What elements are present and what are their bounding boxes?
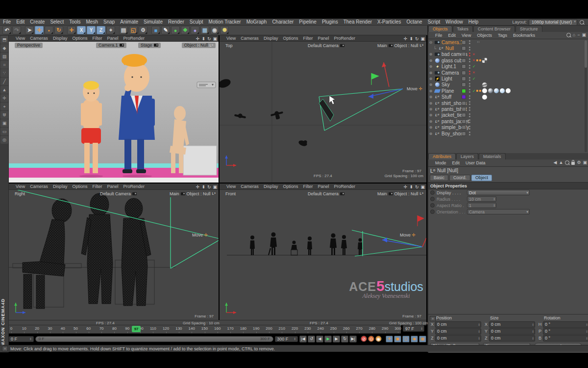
search-icon[interactable] xyxy=(565,160,569,165)
viewport-menu-item[interactable]: ProRender xyxy=(123,36,145,41)
menubar-item[interactable]: Simulate xyxy=(144,19,163,25)
add-cube-button[interactable]: ■ xyxy=(151,26,160,34)
rotate-button[interactable]: ↻ xyxy=(54,26,63,34)
viewport-right[interactable]: ViewCamerasDisplayOptionsFilterPanelProR… xyxy=(9,184,219,320)
layer-color-box[interactable] xyxy=(462,119,466,124)
move-hud[interactable]: Move ✛ xyxy=(400,233,416,237)
visibility-dots[interactable] xyxy=(468,95,471,99)
search-icon[interactable] xyxy=(580,20,584,25)
object-row[interactable]: ⊕bad camera✕ xyxy=(428,52,588,57)
menubar-item[interactable]: Edit xyxy=(16,19,24,25)
visibility-dots[interactable] xyxy=(468,101,471,105)
render-region-button[interactable]: ◱ xyxy=(129,26,138,34)
take-indicator[interactable]: Main xyxy=(377,43,393,48)
attributes-menu-item[interactable]: User Data xyxy=(466,160,486,165)
panel-icon[interactable]: ▣ xyxy=(583,160,587,165)
keyframe-circle-icon[interactable] xyxy=(430,203,435,208)
object-indicator[interactable]: Object : NullLᵒ xyxy=(182,43,216,48)
layer-color-box[interactable] xyxy=(462,95,466,99)
attribute-subtab[interactable]: Basic xyxy=(430,175,448,181)
move-hud[interactable]: Move ✛ xyxy=(192,233,208,237)
key-rotation-toggle[interactable]: ◻ xyxy=(402,336,410,342)
object-name[interactable]: Light.1 xyxy=(441,64,456,69)
expander-icon[interactable]: ⊕ xyxy=(428,89,433,93)
viewport-menu-item[interactable]: Panel xyxy=(318,36,329,41)
material-tag-icon[interactable] xyxy=(506,88,511,93)
menubar-item[interactable]: Animate xyxy=(120,19,138,25)
object-row[interactable]: ⊕Lᵒjacket_tie xyxy=(428,112,588,118)
play-forward-button[interactable]: ▶ xyxy=(324,336,332,342)
object-row[interactable]: ⊕⚡Light✓ xyxy=(428,76,588,81)
metaball-button[interactable]: ● xyxy=(191,26,199,34)
coordinate-input[interactable]: 0 cm xyxy=(435,321,481,328)
viewport-menu-item[interactable]: Options xyxy=(283,36,298,41)
layer-color-box[interactable] xyxy=(462,64,466,69)
object-name[interactable]: Camera.1 xyxy=(441,40,463,45)
menubar-item[interactable]: Thea Render xyxy=(343,19,372,25)
dolly-icon[interactable]: ⬍ xyxy=(409,36,413,41)
manager-tab[interactable]: Content Browser xyxy=(473,26,515,32)
points-mode-icon[interactable]: ∵ xyxy=(0,69,8,77)
keyframe-dots[interactable] xyxy=(476,59,481,61)
take-indicator[interactable]: Main xyxy=(377,191,393,196)
goto-start-button[interactable]: |◀ xyxy=(299,336,307,342)
viewport-menu-item[interactable]: Display xyxy=(53,36,68,41)
attributes-menu-item[interactable]: Edit xyxy=(452,160,460,165)
expander-icon[interactable]: ⊕ xyxy=(428,131,433,136)
timeline-range-scrubber[interactable]: 0 F 300 F xyxy=(35,336,273,342)
object-manager-menu-item[interactable]: Objects xyxy=(477,33,492,38)
attribute-subtab[interactable]: Object xyxy=(471,175,492,181)
object-manager-scrollbar[interactable] xyxy=(585,40,587,152)
minimize-icon[interactable]: − xyxy=(577,32,580,37)
back-arrow-icon[interactable]: ◀ xyxy=(554,160,557,165)
rotate-view-icon[interactable]: ↻ xyxy=(207,36,211,41)
viewport-menu-item[interactable]: Options xyxy=(283,184,298,189)
menubar-item[interactable]: Help xyxy=(468,19,479,25)
viewport-menu-item[interactable]: View xyxy=(226,184,236,189)
enabled-check-icon[interactable]: ✓ xyxy=(472,89,476,93)
viewport-menu-item[interactable]: Options xyxy=(72,36,87,41)
redo-button[interactable]: ↷ xyxy=(12,26,21,34)
disabled-x-icon[interactable]: ✕ xyxy=(472,58,475,62)
coordinate-input[interactable]: 0 cm xyxy=(489,328,535,335)
add-camera-button[interactable]: ◉ xyxy=(210,26,219,34)
object-name[interactable]: Stuff xyxy=(441,94,451,100)
panel-icon[interactable]: ▣ xyxy=(582,32,586,37)
visibility-dots[interactable] xyxy=(468,77,471,81)
rotate-view-icon[interactable]: ↻ xyxy=(415,184,419,189)
menubar-item[interactable]: Script xyxy=(428,19,441,25)
pan-icon[interactable]: ✛ xyxy=(196,36,200,41)
timeline-ruler[interactable]: 0102030405060708090100110120130140150160… xyxy=(9,325,401,334)
attributes-menu-item[interactable]: Mode xyxy=(435,160,446,165)
object-row[interactable]: ⊕Lᵒpants_tshirt xyxy=(428,106,588,112)
dolly-icon[interactable]: ⬍ xyxy=(201,184,205,189)
playhead[interactable]: 97 xyxy=(132,326,141,332)
pan-icon[interactable]: ✛ xyxy=(196,184,200,189)
menubar-item[interactable]: Snap xyxy=(103,19,115,25)
dolly-icon[interactable]: ⬍ xyxy=(201,36,205,41)
axis-x-button[interactable]: X xyxy=(77,26,86,34)
maximize-icon[interactable]: ▣ xyxy=(420,36,425,41)
expander-icon[interactable]: ⊕ xyxy=(428,113,433,117)
menubar-item[interactable]: File xyxy=(3,19,11,25)
enabled-check-icon[interactable]: ✓ xyxy=(472,64,476,69)
enabled-check-icon[interactable]: ✓ xyxy=(472,77,476,81)
layer-color-box[interactable] xyxy=(462,89,466,93)
make-editable-icon[interactable]: ⬒ xyxy=(0,36,8,44)
viewport-menu-item[interactable]: ProRender xyxy=(123,184,145,189)
object-name[interactable]: Sky xyxy=(441,82,450,87)
coordinate-input[interactable]: 0 cm xyxy=(489,321,535,328)
visibility-dots[interactable] xyxy=(468,126,471,130)
record-autokey-button[interactable]: ⊙ xyxy=(368,336,374,342)
camera-selector[interactable]: Camera.1 xyxy=(96,43,126,48)
expander-icon[interactable]: ⊕ xyxy=(428,95,433,99)
menubar-item[interactable]: Window xyxy=(445,19,463,25)
search-icon[interactable] xyxy=(566,33,571,37)
expander-icon[interactable]: ⊕ xyxy=(428,52,433,56)
object-indicator[interactable]: Object : NullLᵒ xyxy=(394,191,424,196)
viewport-menu-item[interactable]: View xyxy=(16,184,25,189)
viewport-menu-item[interactable]: Panel xyxy=(318,184,329,189)
visibility-dots[interactable] xyxy=(468,131,471,135)
edges-mode-icon[interactable]: ╱ xyxy=(0,78,8,85)
axis-z-button[interactable]: Z xyxy=(97,26,105,34)
